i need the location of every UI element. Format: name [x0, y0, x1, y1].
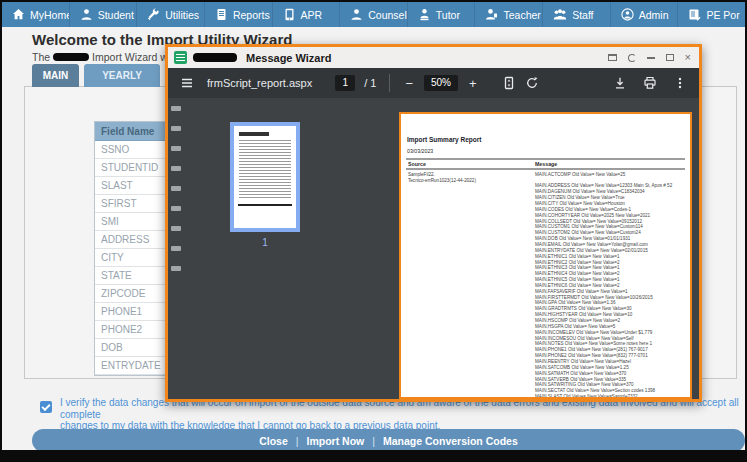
nav-label: Reports [233, 9, 270, 21]
nav-label: Student [98, 9, 134, 21]
nav-item-tutor[interactable]: Tutor [407, 2, 475, 27]
nav-item-myhome[interactable]: MyHome [2, 2, 69, 27]
nav-label: APR [301, 9, 323, 21]
portal-icon [688, 8, 701, 21]
message-wizard-modal: Message Wizard × frmScript_report.aspx 1… [165, 44, 702, 402]
report-message-cell: MAIN.ACTCOMP Old Value= New Value=25MAIN… [535, 172, 685, 400]
modal-title: Message Wizard [246, 52, 332, 64]
page-total-label: / 1 [364, 77, 376, 89]
screenshot-frame: MyHome Student Utilities Reports APR Cou… [0, 0, 747, 462]
nav-item-teacher[interactable]: Teacher [474, 2, 542, 27]
print-icon[interactable] [643, 76, 657, 90]
nav-item-staff[interactable]: Staff [542, 2, 610, 27]
redaction-product-name [53, 53, 89, 61]
rail-icon[interactable] [171, 186, 181, 191]
rail-icon[interactable] [171, 166, 181, 171]
nav-item-reports[interactable]: Reports [204, 2, 272, 27]
verify-checkbox[interactable] [40, 401, 52, 413]
rail-icon[interactable] [171, 266, 181, 271]
pdf-toolbar: frmScript_report.aspx 1 / 1 − 50% + [168, 68, 699, 98]
nav-item-pe-portal[interactable]: PE Por [677, 2, 745, 27]
page-number-input[interactable]: 1 [335, 75, 355, 91]
rail-icon[interactable] [171, 206, 181, 211]
sidebar-rail-icons [171, 106, 185, 271]
rail-icon[interactable] [171, 246, 181, 251]
tutor-icon [418, 8, 431, 21]
rail-icon[interactable] [171, 226, 181, 231]
thumbnail-footer-line [238, 204, 292, 206]
minimize-icon[interactable] [647, 57, 655, 59]
toolbar-divider [389, 74, 390, 92]
nav-label: Teacher [503, 9, 540, 21]
nav-label: MyHome [30, 9, 69, 21]
close-button[interactable]: Close [259, 435, 288, 447]
apr-icon [283, 8, 296, 21]
rotate-icon[interactable] [525, 76, 539, 90]
window-controls: × [608, 54, 693, 62]
report-table-body: SampleFil22. Tecnico-errRun1023(12-44-20… [406, 172, 685, 400]
zoom-in-button[interactable]: + [467, 76, 479, 91]
pdf-viewer-body: 1 Import Summary Report 03/03/2023 Sourc… [168, 98, 699, 399]
report-message-line: MAIN.SLAST Old Value= New Value=Sample73… [535, 394, 685, 399]
more-options-icon[interactable] [673, 76, 687, 90]
report-table-header: Source Message [406, 159, 685, 170]
green-document-icon [174, 51, 187, 64]
import-now-button[interactable]: Import Now [307, 435, 365, 447]
nav-label: Utilities [165, 9, 199, 21]
message-column-header: Message [535, 161, 685, 167]
nav-item-counselor[interactable]: Counselor [339, 2, 407, 27]
wrench-icon [147, 8, 160, 21]
counselor-icon [350, 8, 363, 21]
nav-item-utilities[interactable]: Utilities [136, 2, 204, 27]
rail-icon[interactable] [171, 146, 181, 151]
close-icon[interactable]: × [685, 54, 691, 61]
zoom-level-input[interactable]: 50% [424, 75, 458, 91]
rail-icon[interactable] [171, 106, 181, 111]
admin-icon [621, 8, 634, 21]
nav-item-apr[interactable]: APR [272, 2, 340, 27]
pdf-filename: frmScript_report.aspx [207, 77, 312, 89]
tab-yearly[interactable]: YEARLY [84, 64, 160, 87]
nav-label: Counselor [368, 9, 407, 21]
maximize-icon[interactable] [666, 54, 674, 61]
staff-icon [553, 8, 567, 21]
rail-icon[interactable] [171, 126, 181, 131]
thumbnail-title-line [239, 132, 269, 136]
report-title: Import Summary Report [407, 136, 690, 144]
nav-label: Staff [572, 9, 593, 21]
nav-item-admin[interactable]: Admin [610, 2, 678, 27]
report-page[interactable]: Import Summary Report 03/03/2023 Source … [399, 112, 692, 399]
fit-page-icon[interactable] [502, 76, 516, 90]
tab-main[interactable]: MAIN [32, 64, 79, 87]
teacher-icon [485, 8, 498, 21]
report-date: 03/03/2023 [407, 148, 690, 154]
nav-label: Admin [639, 9, 669, 21]
refresh-icon[interactable] [628, 54, 636, 62]
home-icon [12, 8, 25, 21]
nav-label: Tutor [436, 9, 460, 21]
nav-item-student[interactable]: Student [69, 2, 137, 27]
app-window: MyHome Student Utilities Reports APR Cou… [2, 2, 745, 450]
top-nav: MyHome Student Utilities Reports APR Cou… [2, 2, 745, 27]
page-thumbnail-wrap: 1 [230, 122, 300, 248]
verify-statement: I verify the data changes that will occu… [60, 397, 744, 432]
report-icon [215, 8, 228, 21]
modal-titlebar[interactable]: Message Wizard × [168, 47, 699, 68]
menu-icon[interactable] [180, 76, 194, 90]
zoom-out-button[interactable]: − [403, 76, 415, 91]
student-icon [80, 8, 93, 21]
download-icon[interactable] [613, 76, 627, 90]
toolbar-right-group [613, 76, 687, 90]
popout-icon[interactable] [608, 54, 617, 61]
nav-label: PE Por [706, 9, 739, 21]
manage-conversion-codes-button[interactable]: Manage Conversion Codes [383, 435, 518, 447]
page-thumbnail[interactable] [230, 122, 300, 232]
source-column-header: Source [406, 161, 535, 167]
thumbnail-text-lines [239, 140, 291, 198]
footer-action-bar: Close | Import Now | Manage Conversion C… [32, 429, 745, 450]
redaction-modal-product-name [193, 53, 237, 62]
report-source-cell: SampleFil22. Tecnico-errRun1023(12-44-20… [406, 172, 535, 400]
thumbnail-page-number: 1 [230, 237, 300, 248]
